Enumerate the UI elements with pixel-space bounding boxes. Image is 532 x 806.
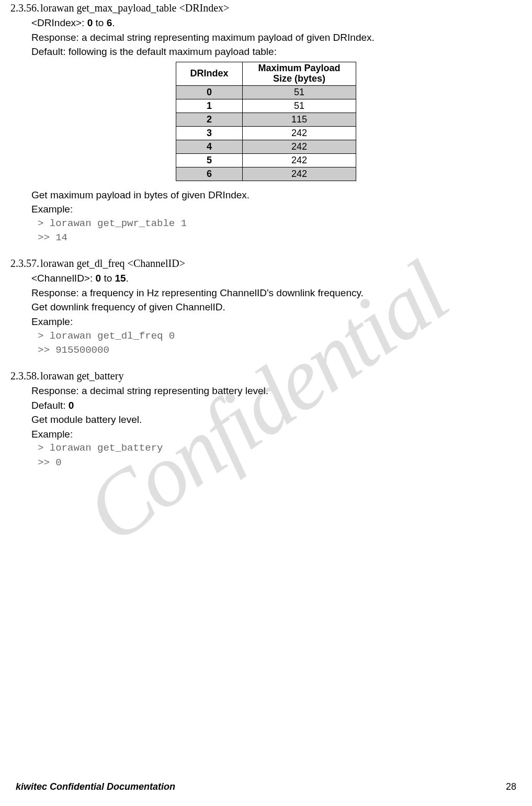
default-line: Default: 0 <box>31 399 522 412</box>
param-label: <DRIndex>: <box>31 17 87 28</box>
table-header-payload: Maximum PayloadSize (bytes) <box>243 62 356 85</box>
desc-line: Get downlink frequency of given ChannelI… <box>31 300 522 314</box>
code-line: > lorawan get_battery <box>38 442 522 455</box>
heading-number: 2.3.56. <box>10 2 39 14</box>
code-line: > lorawan get_pwr_table 1 <box>38 217 522 231</box>
heading-title: lorawan get_max_payload_table <DRIndex> <box>40 2 229 14</box>
table-row: 6242 <box>176 167 356 181</box>
table-row: 3242 <box>176 126 356 140</box>
desc-line: Get maximum payload in bytes of given DR… <box>31 188 522 202</box>
heading-2-3-56: 2.3.56.lorawan get_max_payload_table <DR… <box>10 2 522 14</box>
heading-title: lorawan get_dl_freq <ChannelID> <box>40 258 185 269</box>
code-line: >> 0 <box>38 456 522 470</box>
response-line: Response: a decimal string representing … <box>31 31 522 44</box>
heading-number: 2.3.57. <box>10 258 39 270</box>
table-row: 5242 <box>176 153 356 167</box>
heading-2-3-57: 2.3.57.lorawan get_dl_freq <ChannelID> <box>10 258 522 270</box>
param-min: 0 <box>96 273 101 284</box>
footer-page-number: 28 <box>506 781 516 792</box>
heading-number: 2.3.58. <box>10 370 39 382</box>
table-row: 4242 <box>176 140 356 153</box>
footer-brand: kiwitec Confidential Documentation <box>16 781 175 792</box>
param-to: to <box>93 17 106 28</box>
example-label: Example: <box>31 203 522 216</box>
payload-table: DRIndex Maximum PayloadSize (bytes) 051 … <box>176 62 356 181</box>
default-value: 0 <box>69 400 74 411</box>
param-line: <DRIndex>: 0 to 6. <box>31 16 522 30</box>
param-min: 0 <box>87 17 93 28</box>
code-line: >> 915500000 <box>38 344 522 357</box>
code-line: > lorawan get_dl_freq 0 <box>38 330 522 343</box>
heading-title: lorawan get_battery <box>40 370 123 382</box>
page-footer: kiwitec Confidential Documentation 28 <box>16 781 516 792</box>
param-line: <ChannelID>: 0 to 15. <box>31 272 522 285</box>
example-label: Example: <box>31 428 522 441</box>
param-max: 6 <box>107 17 112 28</box>
desc-line: Get module battery level. <box>31 413 522 427</box>
table-header-drindex: DRIndex <box>176 62 243 85</box>
page-content: 2.3.56.lorawan get_max_payload_table <DR… <box>0 2 532 470</box>
response-line: Response: a frequency in Hz representing… <box>31 286 522 300</box>
param-end: . <box>112 17 115 28</box>
code-line: >> 14 <box>38 231 522 245</box>
default-line: Default: following is the default maximu… <box>31 45 522 59</box>
default-label: Default: <box>31 400 69 411</box>
param-max: 15 <box>115 273 126 284</box>
param-end: . <box>126 273 129 284</box>
table-row: 2115 <box>176 113 356 126</box>
heading-2-3-58: 2.3.58.lorawan get_battery <box>10 370 522 382</box>
param-to: to <box>101 273 115 284</box>
example-label: Example: <box>31 315 522 329</box>
table-row: 151 <box>176 99 356 113</box>
table-row: 051 <box>176 85 356 99</box>
param-label: <ChannelID>: <box>31 273 96 284</box>
response-line: Response: a decimal string representing … <box>31 384 522 398</box>
